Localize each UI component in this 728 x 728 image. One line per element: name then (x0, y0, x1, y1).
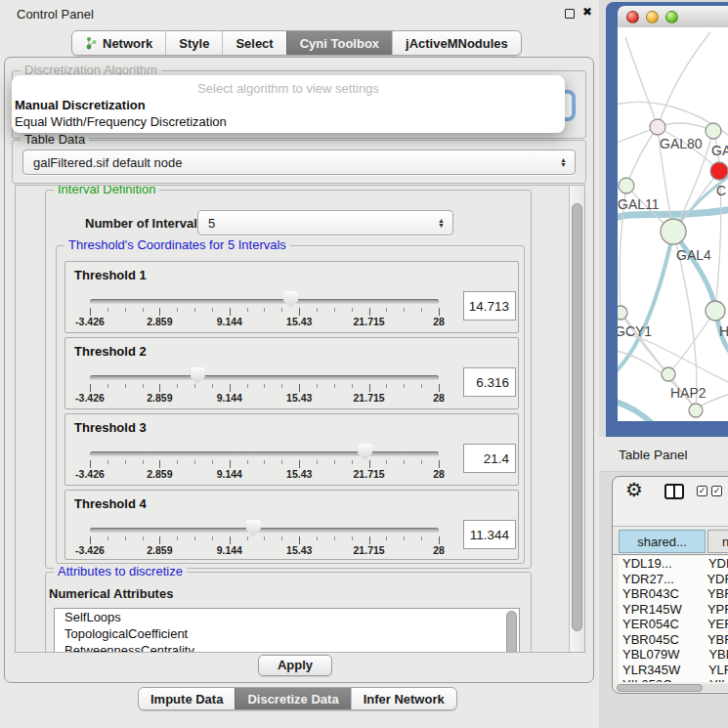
tab-select[interactable]: Select (222, 31, 285, 55)
tab-impute-data[interactable]: Impute Data (139, 688, 235, 709)
tab-cyni-toolbox[interactable]: Cyni Toolbox (286, 31, 392, 55)
table-row[interactable]: YDL19...YDL1 (619, 556, 728, 572)
apply-button[interactable]: Apply (258, 655, 332, 676)
panel-scrollbar[interactable] (569, 186, 584, 652)
network-node-label: C (716, 183, 726, 198)
table-cell: YBR043C (619, 586, 700, 601)
network-node[interactable] (706, 301, 725, 321)
threshold-4-slider[interactable]: -3.4262.8599.14415.4321.71528 (90, 491, 439, 563)
algorithm-dropdown-popup: Select algorithm to view settings Manual… (12, 75, 565, 133)
network-node[interactable] (650, 119, 665, 135)
network-node[interactable] (618, 306, 627, 320)
menu-item-manual-discretization[interactable]: Manual Discretization (15, 98, 146, 112)
table-cell: YBR0 (700, 586, 728, 601)
network-node[interactable] (661, 219, 686, 244)
threshold-4-value-field[interactable]: 11.344 (463, 520, 516, 549)
numerical-attributes-list[interactable]: SelfLoopsTopologicalCoefficientBetweenne… (54, 608, 520, 653)
table-row[interactable]: YDR27...YDR2 (619, 572, 728, 587)
table-cell: YIL052C (619, 677, 702, 682)
network-canvas[interactable]: GAL80GALCGAL11GAL4GCY1HHAP2 (618, 27, 728, 421)
interval-definition-title: Interval Definition (54, 185, 159, 197)
list-item[interactable]: BetweennessCentrality (55, 642, 503, 653)
tab-discretize-data[interactable]: Discretize Data (235, 688, 350, 709)
table-row[interactable]: YBR045CYBR0 (619, 632, 728, 648)
table-row[interactable]: YBR043CYBR0 (619, 586, 728, 602)
slider-major-ticks (90, 460, 440, 468)
table-hscrollbar[interactable] (616, 684, 728, 692)
table-cell: YDL1 (701, 556, 728, 571)
table-cell: YBR0 (700, 632, 728, 647)
slider-track[interactable] (90, 451, 439, 456)
table-hscrollbar-thumb[interactable] (617, 684, 703, 692)
tab-network[interactable]: Network (72, 31, 165, 55)
close-icon[interactable]: ✖ (582, 5, 592, 19)
network-node[interactable] (710, 162, 728, 180)
slider-thumb[interactable] (191, 367, 205, 384)
tick-label: -3.426 (75, 316, 105, 327)
table-row[interactable]: YPR145WYPR1 (619, 602, 728, 618)
columns-icon[interactable] (664, 484, 684, 499)
tick-label: -3.426 (75, 544, 105, 556)
threshold-1-slider[interactable]: -3.4262.8599.14415.4321.71528 (90, 262, 439, 334)
num-intervals-combo[interactable]: 5 ▲▼ (197, 210, 453, 236)
tick-label: -3.426 (75, 392, 105, 404)
thresholds-group: Threshold's Coordinates for 5 Intervals … (56, 245, 525, 564)
slider-track[interactable] (90, 375, 439, 380)
zoom-traffic-light-icon[interactable] (665, 11, 678, 23)
close-traffic-light-icon[interactable] (626, 11, 639, 23)
network-node[interactable] (619, 178, 634, 193)
gear-icon[interactable]: ⚙ (625, 478, 643, 501)
slider-major-ticks (90, 536, 440, 544)
tab-infer-network[interactable]: Infer Network (351, 688, 456, 709)
table-row[interactable]: YIL052CYIL0 (619, 677, 728, 682)
float-window-icon[interactable] (565, 9, 575, 19)
table-panel-header: Table Panel (599, 437, 728, 472)
column-header-shared-name[interactable]: shared... (619, 530, 706, 553)
list-scrollbar-thumb[interactable] (506, 611, 517, 653)
tick-label: 15.43 (286, 316, 312, 327)
slider-track[interactable] (90, 528, 439, 533)
network-node[interactable] (689, 404, 703, 417)
table-row[interactable]: YBL079WYBL0 (619, 647, 728, 663)
interval-definition-group: Interval Definition Number of Intervals … (45, 190, 532, 569)
thresholds-group-title: Threshold's Coordinates for 5 Intervals (64, 237, 290, 253)
table-data-combo[interactable]: galFiltered.sif default node ▲▼ (22, 150, 576, 175)
table-panel: ⚙ ✓ ✓ shared... n YDL19...YDL1YDR27...YD… (612, 476, 728, 694)
tick-label: 15.43 (286, 468, 312, 480)
table-row[interactable]: YER054CYER0 (619, 617, 728, 632)
threshold-3-slider[interactable]: -3.4262.8599.14415.4321.71528 (90, 414, 439, 487)
checkbox-icon[interactable]: ✓ (711, 486, 722, 496)
network-node[interactable] (706, 123, 721, 139)
threshold-4-box: Threshold 4 -3.4262.8599.14415.4321.7152… (64, 490, 519, 560)
column-header-name[interactable]: n (707, 530, 728, 553)
slider-thumb[interactable] (358, 444, 372, 460)
tick-label: 21.715 (354, 468, 385, 480)
tick-label: 28 (433, 316, 445, 327)
threshold-3-value-field[interactable]: 21.4 (463, 444, 516, 473)
tab-style[interactable]: Style (165, 31, 222, 55)
network-node[interactable] (662, 367, 675, 381)
slider-thumb[interactable] (283, 291, 298, 308)
network-window-titlebar[interactable] (618, 6, 728, 28)
threshold-1-value-field[interactable]: 14.713 (463, 291, 516, 321)
list-item[interactable]: SelfLoops (55, 609, 503, 625)
slider-tick-labels: -3.4262.8599.14415.4321.71528 (90, 544, 439, 556)
checkbox-icon[interactable]: ✓ (697, 486, 707, 496)
table-cell: YDR27... (619, 572, 699, 586)
slider-thumb[interactable] (246, 520, 261, 536)
threshold-2-value-field[interactable]: 6.316 (463, 367, 516, 397)
threshold-2-slider[interactable]: -3.4262.8599.14415.4321.71528 (90, 338, 439, 410)
panel-scrollbar-thumb[interactable] (572, 203, 582, 631)
attributes-group-title: Attributes to discretize (54, 564, 187, 579)
slider-track[interactable] (90, 299, 439, 304)
network-view-window: GAL80GALCGAL11GAL4GCY1HHAP2 (606, 2, 728, 437)
mode-tabbar: Impute Data Discretize Data Infer Networ… (138, 687, 457, 710)
menu-item-equal-width-frequency[interactable]: Equal Width/Frequency Discretization (15, 114, 227, 129)
slider-tick-labels: -3.4262.8599.14415.4321.71528 (90, 468, 439, 480)
table-row[interactable]: YLR345WYLR3 (619, 663, 728, 678)
minimize-traffic-light-icon[interactable] (646, 11, 659, 23)
tick-label: 21.715 (354, 392, 385, 404)
list-item[interactable]: TopologicalCoefficient (55, 625, 503, 642)
table-cell: YBL0 (701, 647, 728, 662)
tab-jactivemnodules[interactable]: jActiveMNodules (392, 31, 521, 55)
